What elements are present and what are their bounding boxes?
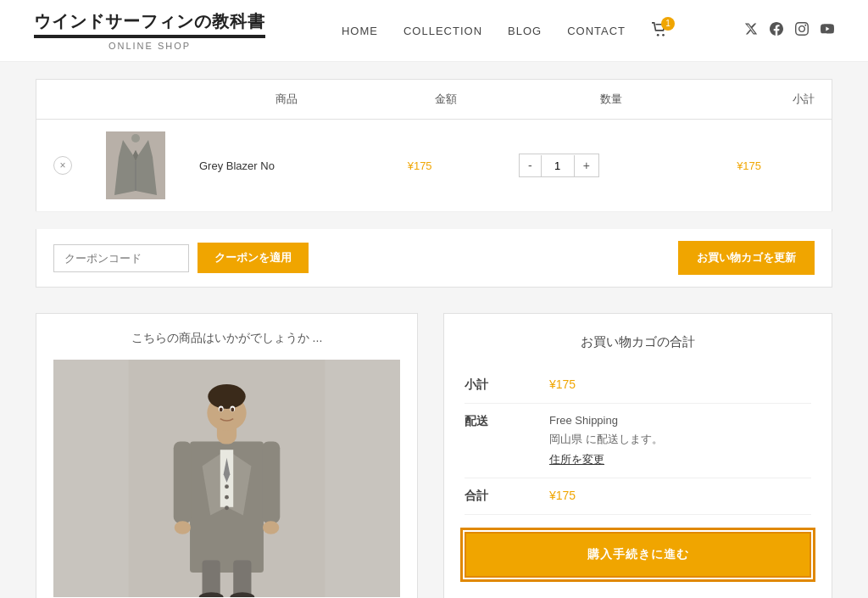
- remove-item-button[interactable]: ×: [53, 156, 72, 175]
- cart-badge: 1: [661, 17, 675, 31]
- qty-increase-button[interactable]: +: [575, 154, 598, 176]
- svg-point-0: [657, 33, 659, 36]
- totals-total-row: 合計 ¥175: [465, 478, 811, 515]
- youtube-icon[interactable]: [821, 22, 834, 39]
- total-label: 合計: [465, 489, 532, 504]
- product-subtotal-cell: ¥175: [720, 120, 832, 212]
- svg-rect-21: [233, 561, 251, 596]
- shipping-details: Free Shipping 岡山県 に配送します。 住所を変更: [549, 414, 811, 467]
- site-header: ウインドサーフィンの教科書 ONLINE SHOP HOME COLLECTIO…: [0, 0, 868, 62]
- logo: ウインドサーフィンの教科書 ONLINE SHOP: [34, 10, 265, 51]
- svg-point-25: [225, 495, 229, 500]
- logo-underline: [34, 35, 265, 38]
- apply-coupon-button[interactable]: クーポンを適用: [198, 243, 309, 273]
- svg-point-18: [220, 407, 223, 411]
- svg-point-12: [263, 521, 279, 534]
- suggestion-product-image: [53, 360, 400, 597]
- svg-point-19: [231, 407, 234, 411]
- shipping-method: Free Shipping: [549, 414, 811, 427]
- instagram-icon[interactable]: [795, 22, 809, 39]
- facebook-icon[interactable]: [770, 22, 783, 39]
- logo-subtitle: ONLINE SHOP: [34, 41, 265, 51]
- remove-cell: ×: [36, 120, 90, 212]
- shipping-label: 配送: [465, 414, 532, 429]
- update-cart-button[interactable]: お買い物カゴを更新: [678, 241, 815, 275]
- product-name-cell: Grey Blazer No: [182, 120, 391, 212]
- col-qty: 数量: [502, 80, 720, 120]
- totals-title: お買い物カゴの合計: [465, 334, 811, 350]
- table-row: × Gre: [36, 120, 832, 212]
- svg-point-3: [131, 134, 140, 143]
- logo-title: ウインドサーフィンの教科書: [34, 10, 265, 33]
- nav-contact[interactable]: CONTACT: [567, 25, 626, 37]
- qty-input[interactable]: [541, 155, 575, 176]
- svg-rect-9: [174, 442, 192, 524]
- col-price: 金額: [391, 80, 502, 120]
- subtotal-label: 小計: [465, 377, 532, 393]
- svg-point-15: [208, 384, 245, 409]
- quantity-control: - +: [519, 154, 599, 177]
- bottom-section: こちらの商品はいかがでしょうか ...: [36, 313, 832, 598]
- product-thumbnail: [106, 131, 165, 199]
- qty-decrease-button[interactable]: -: [520, 154, 541, 176]
- change-address-link[interactable]: 住所を変更: [549, 452, 604, 467]
- svg-point-26: [225, 506, 229, 510]
- coupon-section: クーポンを適用 お買い物カゴを更新: [36, 229, 832, 288]
- col-image: [89, 80, 182, 120]
- cart-table: 商品 金額 数量 小計 ×: [36, 79, 832, 212]
- cart-icon[interactable]: 1: [651, 22, 668, 40]
- product-image-cell: [89, 120, 182, 212]
- twitter-icon[interactable]: [744, 22, 758, 39]
- product-price-cell: ¥175: [391, 120, 502, 212]
- col-product: 商品: [182, 80, 391, 120]
- totals-subtotal-row: 小計 ¥175: [465, 367, 811, 404]
- cart-totals-section: お買い物カゴの合計 小計 ¥175 配送 Free Shipping 岡山県 に…: [443, 313, 832, 598]
- svg-rect-10: [262, 442, 280, 524]
- social-links: [744, 22, 834, 39]
- svg-point-1: [662, 33, 665, 36]
- coupon-input-area: クーポンを適用: [53, 243, 309, 273]
- nav-home[interactable]: HOME: [342, 25, 378, 37]
- product-price: ¥175: [408, 159, 432, 172]
- main-nav: HOME COLLECTION BLOG CONTACT 1: [342, 22, 668, 40]
- col-remove: [36, 80, 90, 120]
- nav-blog[interactable]: BLOG: [508, 25, 542, 37]
- totals-shipping-row: 配送 Free Shipping 岡山県 に配送します。 住所を変更: [465, 404, 811, 478]
- col-subtotal: 小計: [720, 80, 832, 120]
- svg-point-11: [175, 521, 191, 534]
- svg-point-24: [225, 484, 229, 489]
- nav-collection[interactable]: COLLECTION: [403, 25, 482, 37]
- svg-rect-20: [203, 561, 220, 596]
- total-value: ¥175: [549, 489, 811, 502]
- subtotal-value: ¥175: [549, 377, 811, 391]
- suggestions-section: こちらの商品はいかがでしょうか ...: [36, 313, 418, 598]
- product-name: Grey Blazer No: [199, 159, 275, 172]
- checkout-button[interactable]: 購入手続きに進む: [465, 532, 811, 578]
- main-content: 商品 金額 数量 小計 ×: [19, 62, 849, 598]
- product-qty-cell: - +: [502, 120, 720, 212]
- shipping-region: 岡山県 に配送します。: [549, 432, 811, 447]
- suggestions-title: こちらの商品はいかがでしょうか ...: [53, 331, 400, 346]
- product-subtotal: ¥175: [737, 159, 761, 172]
- coupon-input[interactable]: [53, 244, 189, 272]
